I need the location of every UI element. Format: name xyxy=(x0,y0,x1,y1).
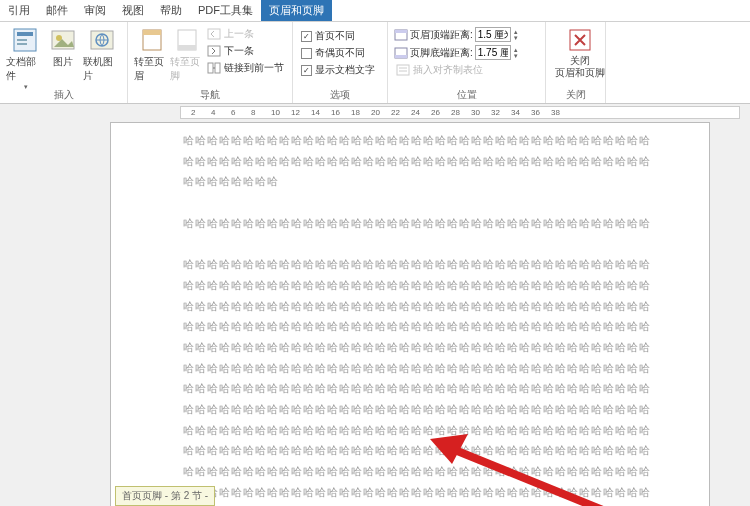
body-line: 哈哈哈哈哈哈哈哈哈哈哈哈哈哈哈哈哈哈哈哈哈哈哈哈哈哈哈哈哈哈哈哈哈哈哈哈哈哈哈 xyxy=(183,276,699,295)
svg-rect-13 xyxy=(208,46,220,56)
goto-footer-icon xyxy=(173,26,201,54)
ribbon: 文档部件▾ 图片 联机图片 插入 转至页眉 转至页脚 上一条 xyxy=(0,22,750,104)
footer-bottom-row: 页脚底端距离: ▲▼ xyxy=(394,44,539,61)
svg-rect-11 xyxy=(178,45,196,50)
body-line: 哈哈哈哈哈哈哈哈哈哈哈哈哈哈哈哈哈哈哈哈哈哈哈哈哈哈哈哈哈哈哈哈哈哈哈哈哈哈哈 xyxy=(183,483,699,502)
ruler-mark: 4 xyxy=(211,108,215,117)
ruler-mark: 8 xyxy=(251,108,255,117)
ruler-mark: 28 xyxy=(451,108,460,117)
menu-bar: 引用 邮件 审阅 视图 帮助 PDF工具集 页眉和页脚 xyxy=(0,0,750,22)
group-position-label: 位置 xyxy=(388,88,545,102)
prev-icon xyxy=(207,28,221,40)
svg-rect-14 xyxy=(208,63,213,73)
link-icon xyxy=(207,62,221,74)
ruler-mark: 16 xyxy=(331,108,340,117)
header-top-row: 页眉顶端距离: ▲▼ xyxy=(394,26,539,43)
group-options-label: 选项 xyxy=(293,88,387,102)
ruler-mark: 14 xyxy=(311,108,320,117)
menu-help[interactable]: 帮助 xyxy=(152,3,190,18)
body-line xyxy=(183,193,699,212)
align-tab-icon xyxy=(396,64,410,76)
svg-rect-3 xyxy=(17,43,27,45)
show-doc-text-check[interactable]: ✓显示文档文字 xyxy=(299,62,381,78)
svg-rect-12 xyxy=(208,29,220,39)
body-line: 哈哈哈哈哈哈哈哈哈哈哈哈哈哈哈哈哈哈哈哈哈哈哈哈哈哈哈哈哈哈哈哈哈哈哈哈哈哈哈 xyxy=(183,421,699,440)
picture-icon xyxy=(49,26,77,54)
menu-header-footer[interactable]: 页眉和页脚 xyxy=(261,0,332,21)
ruler-mark: 10 xyxy=(271,108,280,117)
spin-down[interactable]: ▼ xyxy=(513,35,519,41)
next-button[interactable]: 下一条 xyxy=(205,43,286,59)
body-line: 哈哈哈哈哈哈哈哈 xyxy=(183,172,699,191)
close-icon xyxy=(566,26,594,54)
online-pics-button[interactable]: 联机图片 xyxy=(83,24,121,91)
ruler-mark: 18 xyxy=(351,108,360,117)
svg-rect-9 xyxy=(143,30,161,35)
odd-even-diff-check[interactable]: 奇偶页不同 xyxy=(299,45,381,61)
body-line: 哈哈哈哈哈哈哈哈哈哈哈哈哈哈哈哈哈哈哈哈哈哈哈哈哈哈哈哈哈哈哈哈哈哈哈哈哈哈哈 xyxy=(183,400,699,419)
ruler-mark: 20 xyxy=(371,108,380,117)
document-page[interactable]: 哈哈哈哈哈哈哈哈哈哈哈哈哈哈哈哈哈哈哈哈哈哈哈哈哈哈哈哈哈哈哈哈哈哈哈哈哈哈哈哈… xyxy=(110,122,710,506)
goto-header-icon xyxy=(138,26,166,54)
svg-rect-19 xyxy=(395,55,407,58)
ruler-mark: 30 xyxy=(471,108,480,117)
ruler-mark: 32 xyxy=(491,108,500,117)
ruler-mark: 34 xyxy=(511,108,520,117)
workspace: 2468101214161820222426283032343638 哈哈哈哈哈… xyxy=(0,104,750,506)
footer-section-tag: 首页页脚 - 第 2 节 - xyxy=(115,486,215,506)
doc-parts-button[interactable]: 文档部件▾ xyxy=(6,24,44,91)
online-picture-icon xyxy=(88,26,116,54)
align-tab-button[interactable]: 插入对齐制表位 xyxy=(394,62,539,78)
checkbox-icon xyxy=(301,48,312,59)
spin-down[interactable]: ▼ xyxy=(513,53,519,59)
ruler-mark: 2 xyxy=(191,108,195,117)
ruler-mark: 6 xyxy=(231,108,235,117)
horizontal-ruler[interactable]: 2468101214161820222426283032343638 xyxy=(180,106,740,119)
ruler-mark: 12 xyxy=(291,108,300,117)
body-line: 哈哈哈哈哈哈哈哈哈哈哈哈哈哈哈哈哈哈哈哈哈哈哈哈哈哈哈哈哈哈哈哈哈哈哈哈哈哈哈 xyxy=(183,359,699,378)
group-insert-label: 插入 xyxy=(0,88,127,102)
svg-rect-17 xyxy=(395,30,407,33)
first-page-diff-check[interactable]: ✓首页不同 xyxy=(299,28,381,44)
ruler-mark: 38 xyxy=(551,108,560,117)
footer-bottom-input[interactable] xyxy=(475,45,511,60)
goto-header-button[interactable]: 转至页眉 xyxy=(134,24,170,83)
link-prev-button[interactable]: 链接到前一节 xyxy=(205,60,286,76)
ruler-mark: 24 xyxy=(411,108,420,117)
body-line: 哈哈哈哈哈哈哈哈哈哈哈哈哈哈哈哈哈哈哈哈哈哈哈哈哈哈哈哈哈哈哈哈哈哈哈哈哈哈哈 xyxy=(183,297,699,316)
svg-rect-1 xyxy=(17,32,33,36)
header-top-input[interactable] xyxy=(475,27,511,42)
body-line: 哈哈哈哈哈哈哈哈哈哈哈哈哈哈哈哈哈哈哈哈哈哈哈哈哈哈哈哈哈哈哈哈哈哈哈哈哈哈哈 xyxy=(183,379,699,398)
prev-button[interactable]: 上一条 xyxy=(205,26,286,42)
body-line: 哈哈哈哈哈哈哈哈哈哈哈哈哈哈哈哈哈哈哈哈哈哈哈哈哈哈哈哈哈哈哈哈哈哈哈哈哈哈哈 xyxy=(183,462,699,481)
svg-rect-2 xyxy=(17,39,27,41)
group-close-label: 关闭 xyxy=(546,88,605,102)
body-line: 哈哈哈哈哈哈哈哈哈哈哈哈哈哈哈哈哈哈哈哈哈哈哈哈哈哈哈哈哈哈哈哈哈哈哈哈哈哈哈 xyxy=(183,214,699,233)
body-line: 哈哈哈哈哈哈哈哈哈哈哈哈哈哈哈哈哈哈哈哈哈哈哈哈哈哈哈哈哈哈哈哈哈哈哈哈哈哈哈 xyxy=(183,317,699,336)
ruler-mark: 26 xyxy=(431,108,440,117)
group-nav-label: 导航 xyxy=(128,88,292,102)
doc-parts-icon xyxy=(11,26,39,54)
menu-mail[interactable]: 邮件 xyxy=(38,3,76,18)
body-line: 哈哈哈哈哈哈哈哈哈哈哈哈哈哈哈哈哈哈哈哈哈哈哈哈哈哈哈哈哈哈哈哈哈哈哈哈哈哈哈 xyxy=(183,441,699,460)
header-distance-icon xyxy=(394,29,408,41)
menu-refs[interactable]: 引用 xyxy=(0,3,38,18)
ruler-mark: 22 xyxy=(391,108,400,117)
ruler-mark: 36 xyxy=(531,108,540,117)
svg-rect-15 xyxy=(215,63,220,73)
body-line: 哈哈哈哈哈哈哈哈哈哈哈哈哈哈哈哈哈哈哈哈哈哈哈哈哈哈哈哈哈哈哈哈哈哈哈哈哈哈哈 xyxy=(183,255,699,274)
menu-pdf[interactable]: PDF工具集 xyxy=(190,3,261,18)
body-line: 哈哈哈哈哈哈哈哈哈哈哈哈哈哈哈哈哈哈哈哈哈哈哈哈哈哈哈哈哈哈哈哈哈哈哈哈哈哈哈 xyxy=(183,338,699,357)
body-line: 哈哈哈哈哈哈哈哈哈哈哈哈哈哈哈哈哈哈哈哈哈哈哈哈哈哈哈哈哈哈哈哈哈哈哈哈哈哈哈 xyxy=(183,152,699,171)
footer-distance-icon xyxy=(394,47,408,59)
svg-rect-20 xyxy=(397,65,409,75)
next-icon xyxy=(207,45,221,57)
body-line: 哈哈哈哈哈哈哈哈哈哈哈哈哈哈哈哈哈哈哈哈哈哈哈哈哈哈哈哈哈哈哈哈哈哈哈哈哈哈哈 xyxy=(183,131,699,150)
menu-view[interactable]: 视图 xyxy=(114,3,152,18)
pics-button[interactable]: 图片 xyxy=(44,24,82,91)
goto-footer-button[interactable]: 转至页脚 xyxy=(170,24,206,83)
menu-review[interactable]: 审阅 xyxy=(76,3,114,18)
body-line xyxy=(183,234,699,253)
close-header-footer-button[interactable]: 关闭 页眉和页脚 xyxy=(552,24,608,79)
checkbox-icon: ✓ xyxy=(301,65,312,76)
